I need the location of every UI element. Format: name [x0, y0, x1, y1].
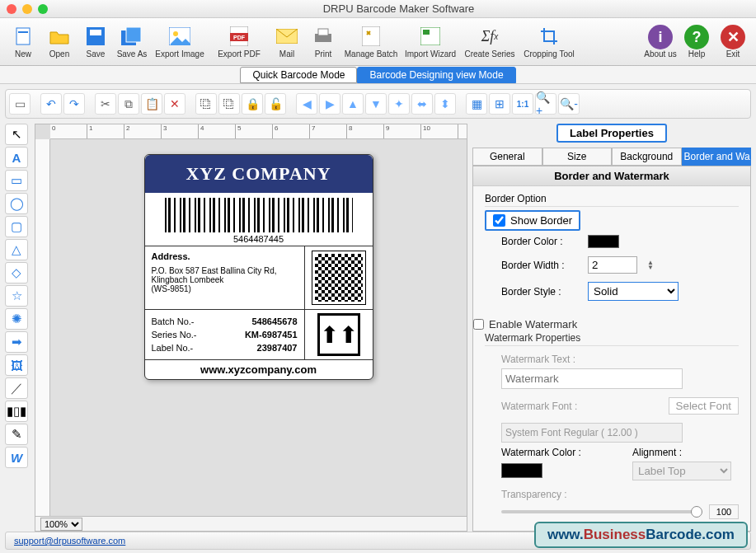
maximize-window-icon[interactable]: [38, 4, 48, 14]
align-center-button[interactable]: ✦: [388, 93, 410, 115]
window-title: DRPU Barcode Maker Software: [48, 2, 749, 15]
distribute-h-button[interactable]: ⬌: [411, 93, 433, 115]
create-series-button[interactable]: ΣfxCreate Series: [460, 25, 519, 59]
ruler-button[interactable]: ⊞: [489, 93, 510, 115]
help-button[interactable]: ?Help: [679, 25, 715, 59]
burst-tool[interactable]: ✺: [5, 308, 28, 330]
open-button[interactable]: Open: [41, 25, 77, 59]
shape-toolbar: ↖ A ▭ ◯ ▢ △ ◇ ☆ ✺ ➡ 🖼 ／ ▮▯▮ ✎ W: [5, 124, 30, 532]
zoom-out-button[interactable]: 🔍-: [558, 93, 580, 115]
zoom-select[interactable]: 100%: [40, 518, 82, 531]
rounded-rect-tool[interactable]: ▢: [5, 216, 28, 237]
align-bottom-button[interactable]: ▼: [365, 93, 387, 115]
svg-point-7: [173, 31, 178, 36]
tab-border-watermark[interactable]: Border and Wa...: [682, 148, 752, 166]
export-pdf-button[interactable]: PDFExport PDF: [209, 25, 269, 59]
text-tool[interactable]: A: [5, 147, 28, 168]
export-image-button[interactable]: Export Image: [150, 25, 209, 59]
about-button[interactable]: iAbout us: [642, 25, 679, 59]
triangle-tool[interactable]: △: [5, 239, 28, 260]
wm-align-label: Alignment :: [632, 447, 739, 458]
exit-button[interactable]: ✕Exit: [715, 25, 751, 59]
svg-rect-3: [90, 30, 101, 35]
redo-button[interactable]: ↷: [63, 93, 85, 115]
design-canvas[interactable]: XYZ COMPANY 5464487445 Address. P.O. Box…: [50, 139, 467, 516]
mail-button[interactable]: Mail: [269, 25, 305, 59]
close-window-icon[interactable]: [7, 4, 16, 14]
wordart-tool[interactable]: W: [5, 447, 28, 468]
select-tool[interactable]: ↖: [5, 124, 28, 145]
save-as-button[interactable]: Save As: [114, 25, 150, 59]
import-wizard-button[interactable]: Import Wizard: [401, 25, 460, 59]
border-style-select[interactable]: Solid: [588, 282, 679, 301]
tab-size[interactable]: Size: [542, 148, 613, 166]
wm-trans-label: Transparency :: [501, 489, 567, 500]
lock-button[interactable]: 🔒: [242, 93, 263, 115]
rectangle-tool[interactable]: ▭: [5, 170, 28, 191]
label-barcode: 5464487445: [145, 193, 373, 246]
label-properties-tab[interactable]: Label Properties: [556, 124, 667, 143]
support-email-link[interactable]: support@drpusoftware.com: [14, 536, 125, 546]
tab-general[interactable]: General: [472, 148, 542, 166]
copy-button[interactable]: ⧉: [118, 93, 139, 115]
cut-button[interactable]: ✂: [95, 93, 116, 115]
unlock-button[interactable]: 🔓: [265, 93, 286, 115]
star-tool[interactable]: ☆: [5, 285, 28, 307]
vertical-ruler: [35, 139, 50, 531]
document-icon[interactable]: ▭: [9, 93, 31, 115]
width-stepper[interactable]: ▲▼: [647, 260, 654, 270]
actual-size-button[interactable]: 1:1: [512, 93, 533, 115]
this-way-up-icon: ⬆⬆: [317, 313, 360, 356]
duplicate2-button[interactable]: ⿻: [218, 93, 240, 115]
save-button[interactable]: Save: [77, 25, 114, 59]
show-border-checkbox[interactable]: Show Border: [485, 210, 580, 231]
diamond-tool[interactable]: ◇: [5, 262, 28, 284]
image-tool[interactable]: 🖼: [5, 354, 28, 376]
delete-button[interactable]: ✕: [164, 93, 185, 115]
print-button[interactable]: Print: [305, 25, 341, 59]
cropping-tool-button[interactable]: Cropping Tool: [519, 25, 579, 59]
wm-color-swatch[interactable]: [501, 463, 542, 478]
paste-button[interactable]: 📋: [141, 93, 162, 115]
designing-mode-tab[interactable]: Barcode Designing view Mode: [357, 67, 515, 83]
svg-rect-16: [423, 30, 430, 35]
enable-watermark-checkbox[interactable]: [473, 319, 484, 330]
grid-button[interactable]: ▦: [466, 93, 487, 115]
quick-barcode-mode-tab[interactable]: Quick Barcode Mode: [240, 67, 357, 83]
watermark-group-title: Watermark Properties: [485, 332, 739, 346]
wm-font-label: Watermark Font :: [501, 401, 577, 412]
align-right-button[interactable]: ▶: [319, 93, 340, 115]
label-symbol: ⬆⬆: [305, 310, 373, 359]
label-meta: Batch No.-548645678 Series No.-KM-698745…: [145, 310, 305, 359]
barcode-value: 5464487445: [145, 234, 373, 244]
border-width-input[interactable]: [588, 256, 637, 274]
label-design[interactable]: XYZ COMPANY 5464487445 Address. P.O. Box…: [144, 154, 373, 380]
new-button[interactable]: New: [5, 25, 41, 59]
manage-batch-button[interactable]: Manage Batch: [341, 25, 401, 59]
align-left-button[interactable]: ◀: [296, 93, 317, 115]
select-font-button[interactable]: Select Font: [669, 397, 739, 415]
window-titlebar: DRPU Barcode Maker Software: [0, 0, 756, 18]
pencil-tool[interactable]: ✎: [5, 424, 28, 445]
wm-color-label: Watermark Color :: [501, 447, 608, 458]
align-top-button[interactable]: ▲: [342, 93, 364, 115]
barcode-tool[interactable]: ▮▯▮: [5, 401, 28, 422]
border-color-swatch[interactable]: [588, 235, 619, 248]
undo-button[interactable]: ↶: [40, 93, 62, 115]
tab-background[interactable]: Background: [612, 148, 682, 166]
enable-watermark-label: Enable Watermark: [489, 318, 577, 330]
transparency-slider[interactable]: [501, 510, 702, 513]
label-address: Address. P.O. Box 587 East Ballina City …: [145, 246, 305, 309]
wm-align-select[interactable]: Label Top: [632, 462, 731, 480]
ellipse-tool[interactable]: ◯: [5, 193, 28, 214]
line-tool[interactable]: ／: [5, 377, 28, 399]
distribute-v-button[interactable]: ⬍: [434, 93, 456, 115]
mode-bar: Quick Barcode Mode Barcode Designing vie…: [0, 66, 756, 84]
minimize-window-icon[interactable]: [22, 4, 32, 14]
wm-text-input[interactable]: [501, 368, 683, 389]
duplicate-button[interactable]: ⿻: [195, 93, 217, 115]
zoom-in-button[interactable]: 🔍+: [535, 93, 556, 115]
svg-text:PDF: PDF: [233, 35, 246, 40]
arrow-tool[interactable]: ➡: [5, 331, 28, 353]
zoom-bar: 100%: [35, 516, 467, 531]
